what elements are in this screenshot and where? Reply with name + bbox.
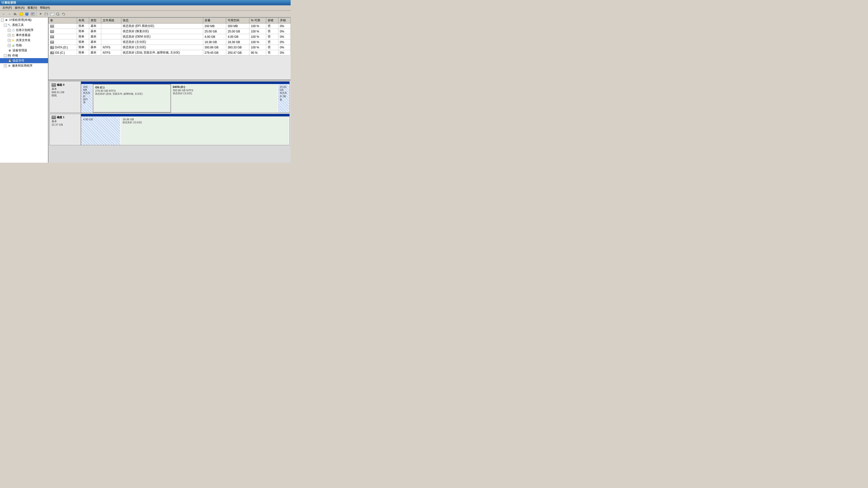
disk-partitions-header-bar xyxy=(81,82,289,84)
table-row[interactable]: 简单基本状态良好 (OEM 分区)4.00 GB4.00 GB100 %否0% xyxy=(49,34,290,39)
disk-icon xyxy=(50,25,54,28)
sidebar-item-device-manager[interactable]: 🖥 设备管理器 xyxy=(0,48,48,53)
table-cell: 状态良好 (恢复分区) xyxy=(121,29,203,34)
table-cell: 25.00 GB xyxy=(203,29,226,34)
svg-rect-1 xyxy=(14,13,16,13)
partition-block[interactable]: DATA (D:)393.86 GB NTFS状态良好 (主分区) xyxy=(171,84,278,112)
forward-button[interactable]: → xyxy=(7,11,12,17)
sidebar-item-disk-management[interactable]: 💾 磁盘管理 xyxy=(0,58,48,63)
svg-rect-14 xyxy=(51,14,53,14)
partition-desc: 状态良好 (恢复 xyxy=(280,91,287,101)
table-cell: 简单 xyxy=(77,24,89,29)
table-row[interactable]: 简单基本状态良好 (恢复分区)25.00 GB25.00 GB100 %否0% xyxy=(49,29,290,34)
help-button[interactable]: ? xyxy=(24,11,30,17)
folder-button[interactable] xyxy=(19,11,24,17)
col-header-volume[interactable]: 卷 xyxy=(49,18,77,24)
col-header-overhead[interactable]: 开销 xyxy=(278,18,290,24)
sidebar-root-label: 计算机管理(本地) xyxy=(9,18,31,22)
col-header-free[interactable]: 可用空间 xyxy=(226,18,249,24)
svg-point-15 xyxy=(56,13,59,15)
delete-button[interactable]: ✕ xyxy=(38,11,43,17)
table-cell: NTFS xyxy=(101,45,121,50)
sidebar-root[interactable]: - 🖥 计算机管理(本地) xyxy=(0,18,48,23)
table-cell: 0% xyxy=(278,50,290,56)
table-cell: 279.45 GB xyxy=(203,50,226,56)
table-cell: 100 % xyxy=(249,45,266,50)
search-button[interactable] xyxy=(55,11,61,17)
expand-icon-system[interactable]: - xyxy=(4,24,7,27)
col-header-fs[interactable]: 文件系统 xyxy=(101,18,121,24)
table-cell: 简单 xyxy=(77,29,89,34)
cell-volume-name: DATA (D:) xyxy=(49,45,77,50)
disk-online-status: 联机 xyxy=(52,94,79,97)
table-cell: 简单 xyxy=(77,50,89,56)
svg-rect-2 xyxy=(14,14,16,14)
sidebar-item-services[interactable]: + ⚙ 服务和应用程序 xyxy=(0,63,48,68)
disk-partitions-header-bar xyxy=(81,114,289,117)
export-button[interactable] xyxy=(50,11,55,17)
disk-id: 磁盘 0 xyxy=(57,83,64,87)
cell-volume-name: OS (C:) xyxy=(49,50,77,56)
menu-action[interactable]: 操作(A) xyxy=(13,5,26,10)
expand-icon-shared[interactable]: + xyxy=(8,39,11,42)
expand-icon-task[interactable]: + xyxy=(8,29,11,32)
sidebar-item-performance[interactable]: + 📊 性能 xyxy=(0,43,48,48)
table-cell: 393.33 GB xyxy=(226,45,249,50)
partition-block[interactable]: 18.36 GB状态良好 (主分区) xyxy=(121,117,289,145)
table-cell: 简单 xyxy=(77,45,89,50)
properties-button[interactable] xyxy=(30,11,35,17)
table-row[interactable]: DATA (D:)简单基本NTFS状态良好 (主分区)393.86 GB393.… xyxy=(49,45,290,50)
partition-block[interactable]: 4.00 GB xyxy=(81,117,121,145)
menu-view[interactable]: 查看(V) xyxy=(26,5,38,10)
svg-rect-8 xyxy=(31,14,33,15)
disk-visual-area: 磁盘 0 基本 698.51 GB 联机 200 MB状态良好 (EFI 系OS… xyxy=(49,80,290,163)
sidebar-item-storage[interactable]: - 💾 存储 xyxy=(0,53,48,58)
refresh-button[interactable] xyxy=(61,11,66,17)
expand-icon-storage[interactable]: - xyxy=(4,54,7,57)
menu-help[interactable]: 帮助(H) xyxy=(38,5,51,10)
table-cell xyxy=(101,39,121,45)
partition-block[interactable]: 200 MB状态良好 (EFI 系 xyxy=(81,84,93,112)
disk-size: 698.51 GB xyxy=(52,91,79,94)
sidebar-item-system-tools[interactable]: - 🔧 系统工具 xyxy=(0,23,48,28)
sidebar-item-event-viewer[interactable]: + 📋 事件查看器 xyxy=(0,33,48,38)
sidebar-item-shared-folders[interactable]: + 📁 共享文件夹 xyxy=(0,38,48,43)
expand-icon[interactable]: - xyxy=(1,19,4,22)
svg-rect-10 xyxy=(45,12,47,13)
disk-table: 卷 布局 类型 文件系统 状态 容量 可用空间 % 可用 容错 开销 简单基本状… xyxy=(49,18,290,56)
sidebar-item-task-scheduler[interactable]: + 🕐 任务计划程序 xyxy=(0,28,48,33)
col-header-capacity[interactable]: 容量 xyxy=(203,18,226,24)
back-button[interactable]: ← xyxy=(1,11,6,17)
partition-block[interactable]: 25.00 GB状态良好 (恢复 xyxy=(278,84,289,112)
table-cell: 18.36 GB xyxy=(203,39,226,45)
perf-icon: 📊 xyxy=(11,43,15,47)
sidebar-system-tools-label: 系统工具 xyxy=(12,23,24,27)
col-header-layout[interactable]: 布局 xyxy=(77,18,89,24)
disk-icon xyxy=(50,30,54,33)
table-cell: 状态良好 (主分区) xyxy=(121,39,203,45)
partition-size: 200 MB xyxy=(83,86,90,91)
partition-block[interactable]: OS (C:)279.45 GB NTFS状态良好 (启动, 页面文件, 故障转… xyxy=(93,84,171,112)
computer-icon: 🖥 xyxy=(4,18,8,22)
up-button[interactable] xyxy=(12,11,18,17)
menu-file[interactable]: 文件(F) xyxy=(1,5,13,10)
print-button[interactable] xyxy=(43,11,49,17)
col-header-type[interactable]: 类型 xyxy=(89,18,101,24)
disk-icon xyxy=(50,35,54,38)
col-header-status[interactable]: 状态 xyxy=(121,18,203,24)
table-cell: 0% xyxy=(278,34,290,39)
col-header-pct[interactable]: % 可用 xyxy=(249,18,266,24)
table-row[interactable]: 简单基本状态良好 (主分区)18.36 GB18.36 GB100 %否0% xyxy=(49,39,290,45)
event-icon: 📋 xyxy=(11,33,15,37)
expand-icon-perf[interactable]: + xyxy=(8,44,11,47)
partition-size: 279.45 GB NTFS xyxy=(95,89,168,92)
toolbar-sep-1 xyxy=(36,11,37,17)
expand-icon-services[interactable]: + xyxy=(4,64,7,67)
partition-name: OS (C:) xyxy=(95,86,168,89)
table-row[interactable]: 简单基本状态良好 (EFI 系统分区)200 MB200 MB100 %否0% xyxy=(49,24,290,29)
disk-table-area: 卷 布局 类型 文件系统 状态 容量 可用空间 % 可用 容错 开销 简单基本状… xyxy=(49,18,290,80)
table-row[interactable]: OS (C:)简单基本NTFS状态良好 (启动, 页面文件, 故障转储, 主分区… xyxy=(49,50,290,56)
expand-icon-event[interactable]: + xyxy=(8,34,11,37)
table-cell: 100 % xyxy=(249,39,266,45)
col-header-fault[interactable]: 容错 xyxy=(266,18,278,24)
